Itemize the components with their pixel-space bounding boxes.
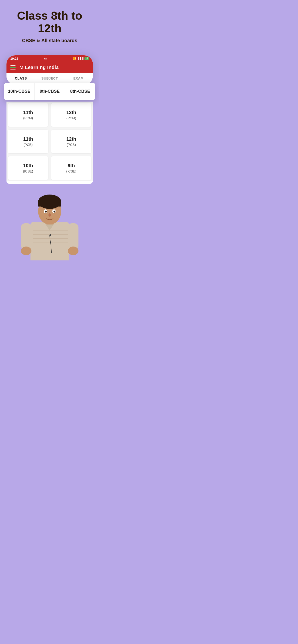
person-area (0, 181, 99, 260)
svg-point-16 (49, 213, 51, 216)
card-10th-cbse[interactable]: 10th-CBSE (4, 83, 35, 100)
card-11th-pcb-title: 11th (10, 136, 46, 142)
svg-point-19 (21, 246, 32, 255)
phone-wrapper: 19:28 ▭ 📶 ▐▐▐ 26 M Learning India (0, 55, 99, 260)
hero-title: Class 8th to 12th (5, 10, 95, 35)
status-bar: 19:28 ▭ 📶 ▐▐▐ 26 (7, 55, 93, 62)
app-title: M Learning India (20, 65, 59, 70)
card-11th-pcm-title: 11th (10, 110, 46, 115)
svg-point-21 (49, 234, 51, 236)
card-11th-pcb[interactable]: 11th (PCB) (8, 130, 48, 153)
card-10th-icse-title: 10th (10, 163, 46, 168)
status-right: 📶 ▐▐▐ 26 (73, 57, 89, 60)
card-10th-icse-sub: (ICSE) (10, 170, 46, 173)
svg-rect-18 (68, 223, 78, 250)
app-header: M Learning India (7, 62, 93, 73)
card-11th-pcm-sub: (PCM) (10, 116, 46, 120)
svg-point-15 (54, 210, 55, 212)
card-9th-icse-sub: (ICSE) (54, 170, 89, 173)
card-12th-pcb[interactable]: 12th (PCB) (51, 130, 91, 153)
card-12th-pcm-title: 12th (54, 110, 89, 115)
hero-section: Class 8th to 12th CBSE & All state board… (0, 0, 99, 55)
card-12th-pcb-title: 12th (54, 136, 89, 142)
signal-icon: ▐▐▐ (77, 57, 83, 60)
svg-rect-17 (21, 223, 32, 250)
person-illustration (16, 184, 83, 260)
status-screen-icon: ▭ (44, 57, 47, 60)
floating-cards-container: 10th-CBSE 9th-CBSE 8th-CBSE (4, 83, 95, 100)
battery-badge: 26 (84, 57, 89, 60)
card-9th-icse-title: 9th (54, 163, 89, 168)
card-12th-pcb-sub: (PCB) (54, 143, 89, 146)
card-8th-cbse[interactable]: 8th-CBSE (65, 83, 95, 100)
phone-screen: 11th (PCM) 12th (PCM) 11th (PCB) 12th (7, 102, 93, 184)
menu-line-3 (10, 69, 16, 70)
card-11th-pcb-sub: (PCB) (10, 143, 46, 146)
menu-line-1 (10, 66, 16, 66)
menu-line-2 (10, 67, 16, 68)
svg-point-14 (45, 210, 47, 212)
grid-content: 11th (PCM) 12th (PCM) 11th (PCB) 12th (7, 102, 93, 181)
content-grid: 11th (PCM) 12th (PCM) 11th (PCB) 12th (7, 102, 93, 181)
top-cards-row: 10th-CBSE 9th-CBSE 8th-CBSE (4, 83, 95, 100)
menu-icon[interactable] (10, 66, 16, 70)
card-9th-icse[interactable]: 9th (ICSE) (51, 156, 91, 180)
status-time: 19:28 (10, 57, 18, 60)
card-10th-icse[interactable]: 10th (ICSE) (8, 156, 48, 180)
wifi-icon: 📶 (73, 57, 76, 60)
svg-rect-11 (38, 200, 61, 206)
card-12th-pcm[interactable]: 12th (PCM) (51, 103, 91, 127)
card-9th-cbse[interactable]: 9th-CBSE (35, 83, 65, 100)
card-11th-pcm[interactable]: 11th (PCM) (8, 103, 48, 127)
card-12th-pcm-sub: (PCM) (54, 116, 89, 120)
hero-subtitle: CBSE & All state boards (5, 38, 95, 43)
svg-point-20 (68, 246, 78, 255)
phone-frame: 19:28 ▭ 📶 ▐▐▐ 26 M Learning India (7, 55, 93, 84)
